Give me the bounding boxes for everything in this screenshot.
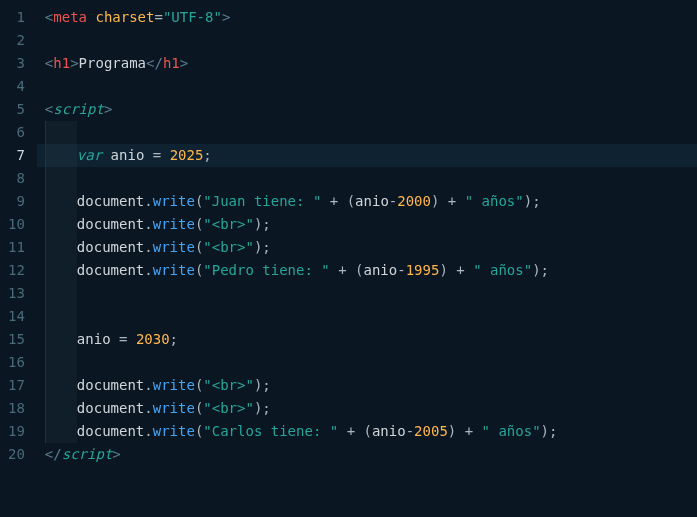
string: "<br>": [203, 377, 254, 393]
string: "Carlos tiene: ": [203, 423, 338, 439]
indent-guide: [45, 190, 77, 213]
string: " años": [482, 423, 541, 439]
code-line[interactable]: <script>: [37, 98, 697, 121]
code-line[interactable]: <meta charset="UTF-8">: [37, 6, 697, 29]
indent-guide: [45, 144, 77, 167]
code-line[interactable]: document.write("<br>");: [37, 374, 697, 397]
line-number: 11: [8, 236, 25, 259]
line-number: 10: [8, 213, 25, 236]
line-number: 13: [8, 282, 25, 305]
line-number-active: 7: [8, 144, 25, 167]
code-line-active[interactable]: var anio = 2025;: [37, 144, 697, 167]
line-number: 1: [8, 6, 25, 29]
number: 2030: [136, 331, 170, 347]
indent-guide: [45, 282, 77, 305]
indent-guide: [45, 236, 77, 259]
number: 2005: [414, 423, 448, 439]
line-number: 8: [8, 167, 25, 190]
identifier: anio: [111, 147, 145, 163]
line-number: 9: [8, 190, 25, 213]
line-number: 14: [8, 305, 25, 328]
code-line[interactable]: document.write("<br>");: [37, 213, 697, 236]
string: "<br>": [203, 216, 254, 232]
indent-guide: [45, 121, 77, 144]
line-number: 2: [8, 29, 25, 52]
indent-guide: [45, 305, 77, 328]
indent-guide: [45, 167, 77, 190]
function-name: write: [153, 400, 195, 416]
string: "Pedro tiene: ": [203, 262, 329, 278]
code-line[interactable]: <h1>Programa</h1>: [37, 52, 697, 75]
code-line[interactable]: document.write("Carlos tiene: " + (anio-…: [37, 420, 697, 443]
code-line[interactable]: [37, 282, 697, 305]
identifier: document: [77, 193, 144, 209]
code-line[interactable]: document.write("Juan tiene: " + (anio-20…: [37, 190, 697, 213]
attr-name: charset: [95, 9, 154, 25]
line-number: 19: [8, 420, 25, 443]
attr-value: "UTF-8": [163, 9, 222, 25]
string: "<br>": [203, 400, 254, 416]
line-number: 16: [8, 351, 25, 374]
text-content: Programa: [79, 55, 146, 71]
angle-bracket: >: [222, 9, 230, 25]
string: "<br>": [203, 239, 254, 255]
code-editor[interactable]: <meta charset="UTF-8"> <h1>Programa</h1>…: [37, 0, 697, 517]
tag-name: h1: [53, 55, 70, 71]
indent-guide: [45, 328, 77, 351]
keyword: var: [77, 147, 102, 163]
code-line[interactable]: [37, 305, 697, 328]
number: 1995: [406, 262, 440, 278]
number: 2025: [170, 147, 204, 163]
code-line[interactable]: anio = 2030;: [37, 328, 697, 351]
indent-guide: [45, 259, 77, 282]
string: " años": [473, 262, 532, 278]
code-line[interactable]: document.write("Pedro tiene: " + (anio-1…: [37, 259, 697, 282]
tag-name: script: [53, 101, 104, 117]
line-number: 6: [8, 121, 25, 144]
tag-name: meta: [53, 9, 87, 25]
function-name: write: [153, 193, 195, 209]
line-number: 12: [8, 259, 25, 282]
code-line[interactable]: document.write("<br>");: [37, 397, 697, 420]
function-name: write: [153, 423, 195, 439]
line-number: 15: [8, 328, 25, 351]
code-line[interactable]: [37, 121, 697, 144]
line-number-gutter: 1 2 3 4 5 6 7 8 9 10 11 12 13 14 15 16 1…: [0, 0, 37, 517]
line-number: 18: [8, 397, 25, 420]
code-line[interactable]: [37, 351, 697, 374]
tag-name: script: [62, 446, 113, 462]
code-line[interactable]: [37, 29, 697, 52]
function-name: write: [153, 377, 195, 393]
code-line[interactable]: document.write("<br>");: [37, 236, 697, 259]
identifier: anio: [77, 331, 111, 347]
indent-guide: [45, 420, 77, 443]
string: " años": [465, 193, 524, 209]
indent-guide: [45, 213, 77, 236]
indent-guide: [45, 397, 77, 420]
line-number: 17: [8, 374, 25, 397]
string: "Juan tiene: ": [203, 193, 321, 209]
tag-name: h1: [163, 55, 180, 71]
code-line[interactable]: </script>: [37, 443, 697, 466]
line-number: 4: [8, 75, 25, 98]
function-name: write: [153, 262, 195, 278]
line-number: 3: [8, 52, 25, 75]
code-line[interactable]: [37, 167, 697, 190]
line-number: 20: [8, 443, 25, 466]
indent-guide: [45, 351, 77, 374]
indent-guide: [45, 374, 77, 397]
function-name: write: [153, 239, 195, 255]
code-line[interactable]: [37, 75, 697, 98]
line-number: 5: [8, 98, 25, 121]
number: 2000: [397, 193, 431, 209]
function-name: write: [153, 216, 195, 232]
